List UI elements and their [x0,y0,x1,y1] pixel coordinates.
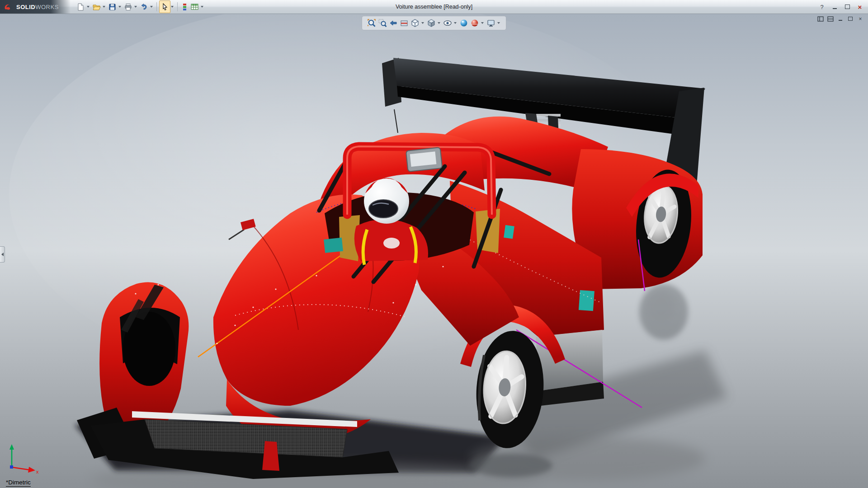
doc-minimize-icon [839,20,842,21]
axis-x-label: x [36,469,39,474]
feature-manager-collapse-tab[interactable] [0,246,5,263]
apply-scene-caret[interactable] [481,22,484,24]
rear-view-mirror [406,147,442,172]
brand-suffix: WORKS [35,4,59,10]
print-icon [124,3,132,11]
view-orientation-icon [410,19,420,28]
view-orientation-label: *Dimetric [6,479,31,487]
display-style-caret[interactable] [438,22,440,24]
zoom-to-fit-button[interactable] [367,17,377,29]
open-button[interactable] [91,0,102,13]
doc-restore-button[interactable] [846,15,854,22]
open-folder-icon [92,3,101,11]
view-settings-icon [486,19,495,28]
print-caret[interactable] [134,6,137,8]
minimize-button[interactable] [829,2,840,11]
color-display-button[interactable] [180,0,189,13]
apply-scene-icon [470,19,479,28]
select-button[interactable] [159,0,170,13]
pane-split-button[interactable] [826,15,835,22]
section-view-button[interactable] [399,17,409,29]
minimize-icon [833,8,837,9]
help-button[interactable]: ? [816,2,827,11]
doc-close-button[interactable]: × [856,15,864,22]
select-caret[interactable] [171,6,174,8]
doc-minimize-button[interactable] [836,15,844,22]
edit-appearance-icon [459,19,468,28]
hide-show-items-button[interactable] [443,17,453,29]
window-title: Voiture assemblee [Read-only] [396,4,472,10]
doc-restore-icon [848,17,853,21]
zoom-to-area-icon [378,19,387,28]
reference-triad: x [5,443,42,476]
hide-show-items-icon [443,19,452,28]
solidworks-logo: SOLIDWORKS [0,0,71,14]
select-cursor-icon [160,3,169,11]
heads-up-view-toolbar [362,16,506,30]
pane-split-icon [827,16,834,22]
3d-scene[interactable] [0,14,868,488]
zoom-to-area-button[interactable] [377,17,387,29]
save-caret[interactable] [118,6,121,8]
hide-show-items-caret[interactable] [454,22,457,24]
open-caret[interactable] [103,6,105,8]
view-orientation-button[interactable] [410,17,420,29]
color-display-icon [181,3,188,11]
brand-prefix: SOLID [16,4,35,10]
design-table-button[interactable] [189,0,200,13]
previous-view-icon [389,19,398,28]
collapse-arrow-icon [1,253,4,256]
view-settings-caret[interactable] [497,22,500,24]
save-button[interactable] [107,0,118,13]
graphics-viewport[interactable]: × x *Dimetric [0,14,868,488]
zoom-to-fit-icon [367,19,376,28]
undo-icon [140,3,148,11]
previous-view-button[interactable] [388,17,398,29]
display-style-button[interactable] [426,17,436,29]
toolbar-separator [156,2,157,11]
close-button[interactable]: × [854,2,865,11]
ds-logo-icon [4,3,14,10]
pane-left-button[interactable] [816,15,825,22]
design-table-icon [190,3,199,11]
brand-text: SOLIDWORKS [16,4,59,10]
undo-caret[interactable] [150,6,153,8]
new-document-button[interactable] [75,0,86,13]
toolbar-separator [177,2,178,11]
design-table-caret[interactable] [201,6,203,8]
view-orientation-caret[interactable] [421,22,424,24]
display-style-icon [427,19,436,28]
edit-appearance-button[interactable] [459,17,469,29]
section-view-icon [400,19,409,28]
window-controls: ? × [816,2,868,11]
view-settings-button[interactable] [486,17,496,29]
standard-toolbar [75,0,205,13]
new-document-caret[interactable] [87,6,90,8]
document-window-controls: × [816,15,864,22]
pane-left-icon [817,16,824,22]
maximize-icon [845,5,850,9]
maximize-button[interactable] [842,2,853,11]
title-bar: SOLIDWORKS [0,0,868,14]
undo-button[interactable] [138,0,150,13]
save-floppy-icon [108,3,117,11]
print-button[interactable] [123,0,134,13]
apply-scene-button[interactable] [470,17,480,29]
new-document-icon [76,3,85,11]
